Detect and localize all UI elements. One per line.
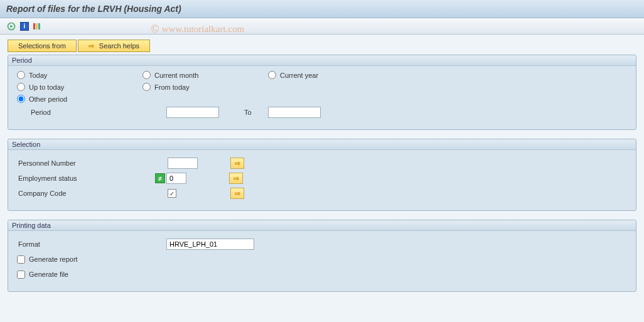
employment-status-multi-button[interactable]: ⇨: [229, 173, 243, 184]
search-helps-button[interactable]: ⇨ Search helps: [78, 40, 150, 52]
group-printing: Printing data Format Generate report Gen…: [8, 220, 636, 292]
personnel-number-label: Personnel Number: [17, 159, 155, 167]
group-period-title: Period: [8, 55, 636, 66]
company-code-label: Company Code: [17, 190, 155, 197]
title-bar: Report of files for the LRVH (Housing Ac…: [0, 0, 644, 18]
radio-up-to-today-input[interactable]: [17, 83, 25, 91]
selections-from-label: Selections from: [18, 42, 66, 50]
employment-status-input[interactable]: [166, 173, 186, 184]
group-period: Period Today Current month Current year …: [8, 55, 636, 130]
radio-current-year-input[interactable]: [268, 71, 276, 79]
personnel-number-multi-button[interactable]: ⇨: [230, 158, 244, 169]
radio-today[interactable]: Today: [17, 71, 142, 79]
generate-report-input[interactable]: [17, 255, 25, 264]
page-title: Report of files for the LRVH (Housing Ac…: [6, 4, 181, 14]
group-printing-title: Printing data: [8, 220, 636, 231]
svg-rect-3: [38, 23, 40, 30]
generate-file-checkbox[interactable]: Generate file: [17, 271, 68, 279]
radio-current-month-input[interactable]: [142, 71, 151, 79]
company-code-check-icon: ✓: [168, 189, 176, 198]
period-to-input[interactable]: [268, 107, 321, 118]
employment-status-label: Employment status: [17, 174, 155, 182]
radio-up-to-today[interactable]: Up to today: [17, 83, 142, 91]
group-selection-title: Selection: [8, 139, 636, 150]
generate-report-checkbox[interactable]: Generate report: [17, 255, 78, 264]
radio-from-today[interactable]: From today: [142, 83, 268, 91]
execute-icon[interactable]: [6, 21, 16, 31]
period-from-input[interactable]: [166, 107, 219, 118]
not-equal-icon: ≠: [155, 173, 165, 183]
radio-from-today-input[interactable]: [142, 83, 151, 91]
group-selection: Selection Personnel Number ⇨ Employment …: [8, 139, 636, 211]
selection-buttons: Selections from ⇨ Search helps: [8, 40, 636, 52]
arrow-right-icon: ⇨: [89, 42, 94, 50]
period-label: Period: [17, 109, 155, 116]
radio-current-month[interactable]: Current month: [142, 71, 268, 79]
search-helps-label: Search helps: [99, 42, 139, 50]
company-code-multi-button[interactable]: ⇨: [230, 188, 244, 199]
app-toolbar: i: [0, 18, 644, 35]
radio-other-period-input[interactable]: [17, 95, 25, 103]
content-area: Selections from ⇨ Search helps Period To…: [0, 35, 644, 322]
svg-rect-1: [33, 23, 35, 30]
personnel-number-input[interactable]: [168, 158, 198, 169]
format-label: Format: [17, 240, 155, 248]
variant-icon[interactable]: [33, 21, 43, 31]
radio-current-year[interactable]: Current year: [268, 71, 394, 79]
generate-file-input[interactable]: [17, 271, 25, 279]
radio-today-input[interactable]: [17, 71, 25, 79]
period-to-label: To: [244, 109, 252, 116]
svg-rect-2: [36, 23, 38, 30]
format-input[interactable]: [166, 239, 254, 250]
radio-other-period[interactable]: Other period: [17, 95, 142, 103]
selections-from-button[interactable]: Selections from: [8, 40, 77, 52]
info-icon[interactable]: i: [20, 22, 29, 31]
